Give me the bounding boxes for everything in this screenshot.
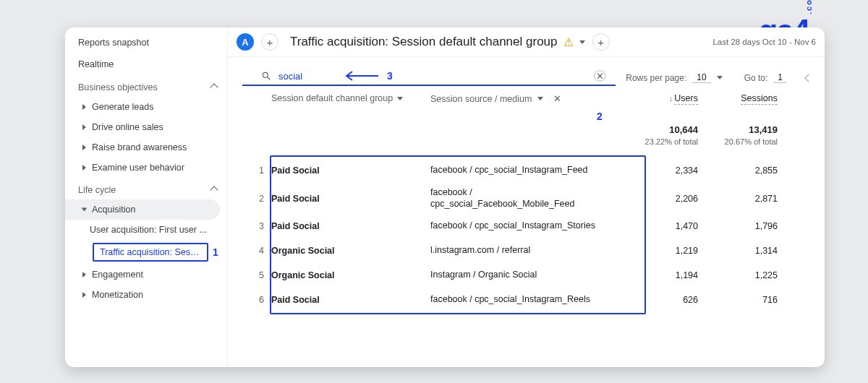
sidebar-item-label: Examine user behavior [92, 163, 184, 173]
sidebar-item-realtime[interactable]: Realtime [65, 53, 227, 75]
sidebar-item-label: Drive online sales [92, 122, 163, 132]
avatar[interactable]: A [237, 33, 254, 51]
svg-line-1 [268, 77, 271, 80]
row-index: 2 [247, 194, 271, 204]
chevron-down-icon[interactable] [579, 40, 585, 44]
add-comparison-button[interactable]: + [261, 33, 278, 51]
cell-source-medium: l.instagram.com / referral [430, 245, 618, 257]
table-row[interactable]: 1Paid Socialfacebook / cpc_social_Instag… [242, 158, 814, 183]
search-icon [261, 71, 271, 81]
table-header-row: Session default channel group Session so… [228, 86, 825, 108]
chevron-down-icon[interactable] [717, 76, 723, 79]
sidebar-item-acquisition[interactable]: Acquisition [65, 199, 220, 220]
rows-per-page-label: Rows per page: [626, 73, 686, 83]
cell-sessions: 2,855 [698, 165, 778, 176]
cell-channel-group: Paid Social [271, 165, 430, 176]
triangle-icon [82, 165, 86, 171]
table-row[interactable]: 3Paid Socialfacebook / cpc_social_Instag… [242, 214, 814, 238]
table-row[interactable]: 5Organic SocialInstagram / Organic Socia… [242, 263, 814, 288]
sidebar-item-label: Monetization [92, 290, 143, 300]
callout-number-1: 1 [213, 246, 218, 258]
prev-page-button[interactable] [804, 74, 812, 82]
cell-sessions: 716 [698, 295, 778, 305]
row-index: 5 [247, 270, 271, 280]
cell-source-medium: facebook / cpc_social_Instagram_Feed [430, 165, 618, 176]
total-sessions-pct: 20.67% of total [698, 137, 778, 147]
main-panel: A + Traffic acquisition: Session default… [228, 27, 825, 367]
cell-channel-group: Paid Social [271, 295, 430, 305]
callout-number-2: 2 [597, 111, 603, 122]
svg-point-0 [263, 72, 268, 77]
cell-channel-group: Organic Social [271, 246, 430, 256]
sidebar-item-label: Reports snapshot [78, 38, 149, 48]
cell-users: 1,194 [618, 270, 698, 280]
column-header-dim1[interactable]: Session default channel group [271, 93, 430, 103]
sidebar-item-label: Raise brand awareness [92, 142, 187, 152]
cell-sessions: 1,314 [698, 246, 778, 256]
goto-label: Go to: [744, 73, 768, 83]
remove-dimension-button[interactable]: ✕ [553, 93, 561, 104]
chevron-up-icon [210, 186, 218, 194]
cell-sessions: 2,871 [698, 194, 778, 204]
sidebar-item-engagement[interactable]: Engagement [65, 264, 227, 285]
topbar: A + Traffic acquisition: Session default… [228, 27, 825, 57]
customize-report-button[interactable]: + [592, 33, 610, 51]
table-totals-row: 10,644 23.22% of total 13,419 20.67% of … [228, 108, 825, 152]
date-range-picker[interactable]: Last 28 days Oct 10 - Nov 6 [712, 38, 816, 46]
sidebar-group-life-cycle[interactable]: Life cycle [65, 178, 227, 199]
page-title: Traffic acquisition: Session default cha… [290, 35, 585, 49]
sidebar-item-raise-brand-awareness[interactable]: Raise brand awareness [65, 137, 227, 158]
cell-users: 1,470 [618, 221, 698, 231]
sidebar-item-traffic-acquisition[interactable]: Traffic acquisition: Session... [93, 243, 208, 262]
rows-per-page-select[interactable]: 10 [692, 72, 710, 83]
sidebar-item-generate-leads[interactable]: Generate leads [65, 97, 227, 117]
row-index: 6 [247, 295, 271, 305]
cell-users: 2,334 [618, 165, 698, 176]
sidebar-item-examine-user-behavior[interactable]: Examine user behavior [65, 158, 227, 178]
cell-sessions: 1,225 [698, 270, 778, 280]
goto-page-input[interactable]: 1 [773, 72, 787, 83]
sidebar: Reports snapshot Realtime Business objec… [65, 27, 228, 367]
app-window: Reports snapshot Realtime Business objec… [65, 27, 825, 367]
column-header-users[interactable]: ↓Users [618, 93, 698, 103]
total-users-value: 10,644 [618, 124, 698, 137]
cell-sessions: 1,796 [698, 221, 778, 231]
sidebar-group-business-objectives[interactable]: Business objectives [65, 75, 227, 97]
sidebar-item-drive-online-sales[interactable]: Drive online sales [65, 117, 227, 137]
total-users-pct: 23.22% of total [618, 137, 698, 147]
sidebar-item-label: Acquisition [92, 205, 135, 215]
sidebar-item-label: User acquisition: First user ... [90, 225, 207, 235]
row-index: 4 [247, 246, 271, 256]
triangle-icon [82, 145, 86, 150]
cell-users: 1,219 [618, 246, 698, 256]
sort-desc-icon: ↓ [669, 94, 673, 103]
table-row[interactable]: 4Organic Sociall.instagram.com / referra… [242, 238, 814, 263]
triangle-down-icon [82, 208, 88, 212]
search-input[interactable] [278, 71, 336, 82]
arrow-left-icon [344, 71, 380, 81]
table-row[interactable]: 2Paid Socialfacebook / cpc_social_Facebo… [242, 183, 814, 214]
sidebar-group-label: Life cycle [78, 185, 116, 195]
sidebar-item-user-acquisition[interactable]: User acquisition: First user ... [65, 220, 227, 240]
sidebar-item-label: Generate leads [92, 102, 153, 112]
cell-channel-group: Paid Social [271, 194, 430, 204]
cell-users: 2,206 [618, 194, 698, 204]
cell-channel-group: Paid Social [271, 221, 430, 231]
warning-icon[interactable]: ⚠ [563, 35, 574, 49]
sidebar-item-label: Engagement [92, 270, 143, 280]
sidebar-item-monetization[interactable]: Monetization [65, 285, 227, 305]
sidebar-item-label: Realtime [78, 59, 114, 69]
sidebar-group-label: Business objectives [78, 82, 158, 92]
cell-channel-group: Organic Social [271, 270, 430, 280]
column-header-sessions[interactable]: Sessions [698, 93, 778, 103]
callout-number-3: 3 [387, 70, 393, 82]
clear-search-button[interactable]: ✕ [594, 70, 605, 82]
table-row[interactable]: 6Paid Socialfacebook / cpc_social_Instag… [242, 288, 814, 312]
column-header-dim2[interactable]: Session source / medium ✕ [430, 93, 618, 104]
search-filter-bar: 3 ✕ [242, 66, 616, 86]
total-sessions-value: 13,419 [698, 124, 778, 137]
sidebar-item-reports-snapshot[interactable]: Reports snapshot [65, 27, 227, 53]
cell-source-medium: Instagram / Organic Social [430, 270, 618, 281]
triangle-icon [82, 292, 86, 298]
triangle-icon [82, 104, 86, 110]
